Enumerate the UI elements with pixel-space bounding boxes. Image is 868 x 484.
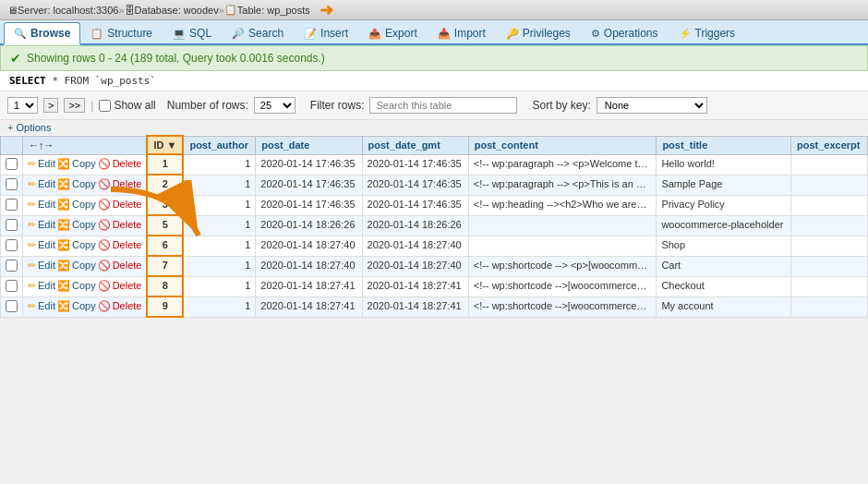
edit-button[interactable]: Edit <box>38 199 55 210</box>
title-table: Table: wp_posts <box>237 5 310 16</box>
tab-export[interactable]: 📤 Export <box>358 22 428 43</box>
row-checkbox-cell <box>1 154 23 175</box>
edit-button[interactable]: Edit <box>38 260 55 271</box>
copy-button[interactable]: Copy <box>72 199 96 210</box>
row-checkbox[interactable] <box>6 178 18 190</box>
page-number-select[interactable]: 1 <box>7 97 38 114</box>
delete-button[interactable]: Delete <box>113 280 142 291</box>
nav-last-btn[interactable]: >> <box>64 98 85 113</box>
edit-button[interactable]: Edit <box>38 239 55 250</box>
col-excerpt-header[interactable]: post_excerpt <box>791 136 868 154</box>
edit-button[interactable]: Edit <box>38 158 55 169</box>
delete-button[interactable]: Delete <box>113 300 142 311</box>
tab-browse[interactable]: 🔍 Browse <box>4 22 80 45</box>
col-content-header[interactable]: post_content <box>468 136 657 154</box>
col-id-header[interactable]: ID ▼ <box>147 136 183 154</box>
row-author-cell: 1 <box>183 276 255 296</box>
col-date-header[interactable]: post_date <box>256 136 362 154</box>
tab-insert[interactable]: 📝 Insert <box>294 22 358 43</box>
status-check-icon: ✔ <box>10 51 21 66</box>
row-date-cell: 2020-01-14 18:26:26 <box>256 215 362 236</box>
rows-per-page-select[interactable]: 25 50 100 <box>254 97 295 114</box>
row-id-cell: 9 <box>147 296 183 317</box>
copy-button[interactable]: Copy <box>72 178 96 189</box>
tab-insert-label: Insert <box>320 27 348 40</box>
delete-button[interactable]: Delete <box>113 260 142 271</box>
table-row: ✏ Edit 🔀 Copy 🚫 Delete 312020-01-14 17:4… <box>1 195 868 215</box>
copy-button[interactable]: Copy <box>72 280 96 291</box>
tab-privileges[interactable]: 🔑 Privileges <box>496 22 581 43</box>
delete-button[interactable]: Delete <box>113 178 142 189</box>
table-row: ✏ Edit 🔀 Copy 🚫 Delete 612020-01-14 18:2… <box>1 236 868 256</box>
row-id-cell: 8 <box>147 276 183 296</box>
row-actions-cell: ✏ Edit 🔀 Copy 🚫 Delete <box>23 276 148 296</box>
row-content-cell: <!-- wp:shortcode -->[woocommerce_my_acc… <box>468 296 657 317</box>
copy-icon: 🔀 <box>57 280 70 292</box>
show-all-checkbox[interactable] <box>99 100 111 112</box>
row-date-gmt-cell: 2020-01-14 17:46:35 <box>362 175 468 195</box>
row-title-cell: My account <box>657 296 791 317</box>
options-link[interactable]: + Options <box>7 122 51 133</box>
copy-button[interactable]: Copy <box>72 260 96 271</box>
edit-button[interactable]: Edit <box>38 300 55 311</box>
options-row: + Options <box>0 120 868 135</box>
edit-icon: ✏ <box>28 280 36 292</box>
row-checkbox-cell <box>1 296 23 317</box>
copy-button[interactable]: Copy <box>72 239 96 250</box>
row-id-cell: 5 <box>147 215 183 236</box>
row-checkbox[interactable] <box>6 300 18 312</box>
row-excerpt-cell <box>791 175 868 195</box>
edit-button[interactable]: Edit <box>38 219 55 230</box>
row-id-cell: 1 <box>147 154 183 175</box>
row-date-cell: 2020-01-14 17:46:35 <box>256 154 362 175</box>
tab-structure[interactable]: 📋 Structure <box>80 22 163 43</box>
row-checkbox[interactable] <box>6 260 18 272</box>
tab-search[interactable]: 🔎 Search <box>222 22 294 43</box>
copy-button[interactable]: Copy <box>72 219 96 230</box>
row-actions-cell: ✏ Edit 🔀 Copy 🚫 Delete <box>23 215 148 236</box>
row-excerpt-cell <box>791 256 868 276</box>
data-table: ←↑→ ID ▼ post_author post_date post_date… <box>0 135 868 318</box>
delete-button[interactable]: Delete <box>113 219 142 230</box>
edit-button[interactable]: Edit <box>38 178 55 189</box>
delete-icon: 🚫 <box>98 178 111 190</box>
row-checkbox-cell <box>1 175 23 195</box>
sort-select[interactable]: None <box>597 97 707 114</box>
row-date-gmt-cell: 2020-01-14 18:27:41 <box>362 296 468 317</box>
filter-input[interactable] <box>369 97 517 114</box>
row-title-cell: Checkout <box>657 276 791 296</box>
tab-import[interactable]: 📥 Import <box>428 22 496 43</box>
col-title-header[interactable]: post_title <box>657 136 791 154</box>
controls-row: 1 > >> | Show all Number of rows: 25 50 … <box>0 91 868 120</box>
tab-triggers[interactable]: ⚡ Triggers <box>669 22 746 43</box>
copy-button[interactable]: Copy <box>72 158 96 169</box>
row-checkbox[interactable] <box>6 280 18 292</box>
row-checkbox[interactable] <box>6 158 18 170</box>
delete-button[interactable]: Delete <box>113 158 142 169</box>
title-database: Database: woodev <box>135 5 219 16</box>
row-checkbox[interactable] <box>6 219 18 231</box>
tab-operations[interactable]: ⚙ Operations <box>581 22 669 43</box>
operations-icon: ⚙ <box>591 28 600 40</box>
delete-button[interactable]: Delete <box>113 239 142 250</box>
separator: | <box>90 99 93 112</box>
col-author-header[interactable]: post_author <box>183 136 255 154</box>
copy-icon: 🔀 <box>57 199 70 211</box>
tab-browse-label: Browse <box>30 27 70 40</box>
col-date-gmt-header[interactable]: post_date_gmt <box>362 136 468 154</box>
row-content-cell: <!-- wp:shortcode --> <p>[woocommerce_ca… <box>468 256 657 276</box>
edit-button[interactable]: Edit <box>38 280 55 291</box>
structure-icon: 📋 <box>90 28 103 40</box>
delete-icon: 🚫 <box>98 239 111 251</box>
copy-button[interactable]: Copy <box>72 300 96 311</box>
row-checkbox[interactable] <box>6 239 18 251</box>
sql-select: SELECT <box>9 75 46 87</box>
row-checkbox[interactable] <box>6 199 18 211</box>
tab-sql[interactable]: 💻 SQL <box>163 22 222 43</box>
row-content-cell: <!-- wp:paragraph --> <p>This is an exam… <box>468 175 657 195</box>
delete-button[interactable]: Delete <box>113 199 142 210</box>
tab-sql-label: SQL <box>189 27 211 40</box>
row-date-cell: 2020-01-14 17:46:35 <box>256 175 362 195</box>
nav-next-btn[interactable]: > <box>43 98 58 113</box>
arrow-indicator: ➜ <box>319 0 333 20</box>
